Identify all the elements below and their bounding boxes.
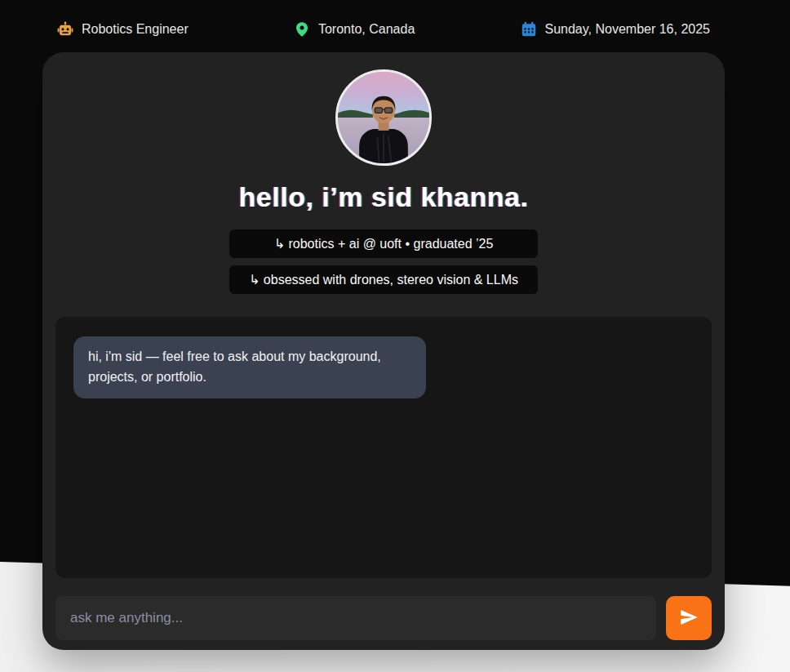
topbar-date-label: Sunday, November 16, 2025 [545, 22, 711, 37]
topbar-item-location: Toronto, Canada [294, 21, 415, 38]
send-button[interactable] [666, 596, 712, 640]
tagline-badges: ↳ robotics + ai @ uoft • graduated ’25 ↳… [229, 229, 538, 294]
calendar-icon [521, 21, 537, 38]
topbar-item-date: Sunday, November 16, 2025 [521, 21, 711, 38]
profile-card: hello, i’m sid khanna. ↳ robotics + ai @… [42, 52, 725, 650]
avatar [335, 69, 432, 166]
topbar-location-label: Toronto, Canada [318, 22, 415, 37]
send-icon [678, 607, 699, 630]
location-pin-icon [294, 21, 310, 38]
chat-input-row [55, 596, 712, 640]
page: Robotics Engineer Toronto, Canada [0, 0, 790, 672]
badge-education: ↳ robotics + ai @ uoft • graduated ’25 [229, 229, 538, 258]
badge-interests: ↳ obsessed with drones, stereo vision & … [229, 265, 538, 294]
page-title: hello, i’m sid khanna. [239, 181, 529, 213]
chat-input[interactable] [55, 596, 656, 640]
chat-message-assistant: hi, i'm sid — feel free to ask about my … [73, 336, 426, 398]
topbar-item-role: Robotics Engineer [57, 21, 189, 38]
topbar: Robotics Engineer Toronto, Canada [42, 21, 725, 38]
chat-panel: hi, i'm sid — feel free to ask about my … [55, 317, 712, 578]
robot-icon [57, 21, 73, 38]
topbar-role-label: Robotics Engineer [82, 22, 189, 37]
